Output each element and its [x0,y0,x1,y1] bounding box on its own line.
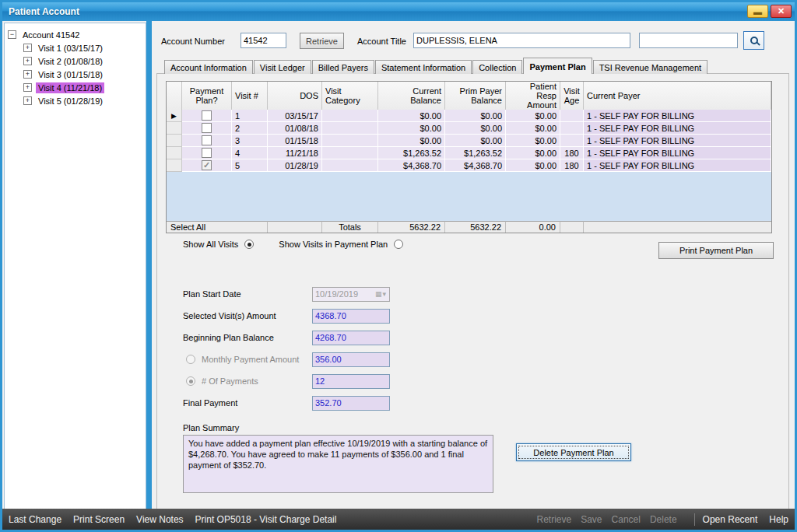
panel-divider [146,21,152,510]
expand-icon[interactable]: + [23,57,32,65]
num-payments-field[interactable]: 12 [312,374,390,389]
tab-statement-information[interactable]: Statement Information [375,60,472,74]
payment-plan-checkbox[interactable] [202,135,212,145]
row-selector[interactable] [167,135,182,147]
help-button[interactable]: Help [769,514,788,525]
col-header-visit-age[interactable]: Visit Age [560,82,584,110]
visit-category-cell [322,147,378,159]
grid-corner-cell [167,82,182,110]
beginning-balance-label: Beginning Plan Balance [183,333,274,342]
payment-plan-cell[interactable] [182,110,232,122]
expand-icon[interactable]: + [23,83,32,92]
tab-payment-plan[interactable]: Payment Plan [523,58,592,74]
close-button[interactable]: ✕ [771,5,792,18]
payment-plan-checkbox[interactable] [202,148,212,158]
num-payments-radio[interactable] [186,376,195,386]
visit-cell: 4 [232,147,268,159]
expand-icon[interactable]: + [23,96,32,105]
select-all-button[interactable]: Select All [167,221,268,233]
minimize-button[interactable]: ▬ [747,5,768,18]
show-visits-in-plan-label: Show Visits in Payment Plan [279,240,388,249]
grid-row[interactable]: 5 01/28/19 $4,368.70 $4,368.70 $0.00 180… [167,159,771,172]
plan-start-date-picker[interactable]: 10/19/2019 ▦▾ [312,287,390,302]
status-bar: Last Change Print Screen View Notes Prin… [2,509,795,530]
payment-plan-checkbox[interactable] [202,110,212,121]
row-selector[interactable] [167,147,182,159]
tree-item-visit-5[interactable]: + Visit 5 (01/28/19) [8,94,142,107]
print-visit-charge-detail-button[interactable]: Print OP5018 - Visit Charge Detail [195,514,337,525]
col-header-current-balance[interactable]: Current Balance [378,82,445,110]
tree-item-label-selected[interactable]: Visit 4 (11/21/18) [36,82,104,93]
monthly-payment-radio[interactable] [186,355,195,364]
delete-payment-plan-button[interactable]: Delete Payment Plan [516,443,631,461]
col-header-payment-plan[interactable]: Payment Plan? [182,82,232,110]
print-screen-button[interactable]: Print Screen [73,514,125,525]
tab-tsi-revenue-management[interactable]: TSI Revenue Management [593,60,707,74]
open-recent-button[interactable]: Open Recent [703,514,758,525]
visit-age-cell: 180 [560,159,584,172]
collapse-icon[interactable]: − [8,30,16,39]
grid-row[interactable]: 2 01/08/18 $0.00 $0.00 $0.00 1 - SELF PA… [167,122,771,135]
row-selector[interactable]: ▶ [167,110,182,122]
grid-header-row: Payment Plan? Visit # DOS Visit Category… [167,82,771,110]
tree-item-visit-4[interactable]: + Visit 4 (11/21/18) [8,81,142,94]
tree-item-visit-3[interactable]: + Visit 3 (01/15/18) [8,68,142,81]
tab-account-information[interactable]: Account Information [164,60,253,74]
tab-billed-payers[interactable]: Billed Payers [312,60,374,74]
grid-row[interactable]: 3 01/15/18 $0.00 $0.00 $0.00 1 - SELF PA… [167,135,771,147]
tree-root[interactable]: − Account 41542 [8,28,142,41]
expand-icon[interactable]: + [23,70,32,79]
grid-row[interactable]: ▶ 1 03/15/17 $0.00 $0.00 $0.00 1 - SELF … [167,110,771,122]
tree-item-label[interactable]: Visit 1 (03/15/17) [36,43,105,54]
account-number-input[interactable] [241,33,286,48]
show-all-visits-radio[interactable] [244,240,254,249]
visit-cell: 1 [232,110,268,122]
tree-item-visit-1[interactable]: + Visit 1 (03/15/17) [8,41,142,54]
retrieve-button[interactable]: Retrieve [300,33,344,49]
search-input[interactable] [639,33,738,48]
beginning-balance-field[interactable]: 4268.70 [312,331,390,345]
payment-plan-cell[interactable] [182,159,232,172]
payment-plan-cell[interactable] [182,122,232,135]
visit-category-cell [322,122,378,135]
payment-plan-checkbox[interactable] [202,123,212,133]
col-header-current-payer[interactable]: Current Payer [584,82,771,110]
payment-plan-checkbox[interactable] [202,160,212,170]
payment-plan-cell[interactable] [182,147,232,159]
monthly-payment-label: Monthly Payment Amount [202,355,299,364]
col-header-visit-category[interactable]: Visit Category [322,82,378,110]
tab-visit-ledger[interactable]: Visit Ledger [254,60,311,74]
visit-filter-options: Show All Visits Show Visits in Payment P… [183,240,403,249]
calendar-dropdown-icon[interactable]: ▦▾ [375,288,387,301]
expand-icon[interactable]: + [23,44,32,52]
monthly-payment-field[interactable]: 356.00 [312,352,390,367]
tab-collection[interactable]: Collection [472,60,522,74]
current-payer-cell: 1 - SELF PAY FOR BILLING [584,135,771,147]
col-header-prim-payer-balance[interactable]: Prim Payer Balance [445,82,506,110]
last-change-button[interactable]: Last Change [9,514,61,525]
visit-cell: 3 [232,135,268,147]
tree-item-label[interactable]: Visit 3 (01/15/18) [36,69,105,80]
col-header-patient-resp-amount[interactable]: Patient Resp Amount [506,82,560,110]
view-notes-button[interactable]: View Notes [136,514,183,525]
search-button[interactable] [743,31,764,50]
account-title-input[interactable] [413,33,630,48]
row-selector[interactable] [167,122,182,135]
tree-item-label[interactable]: Visit 2 (01/08/18) [36,56,105,67]
plan-start-date-label: Plan Start Date [183,289,241,299]
row-selector[interactable] [167,159,182,172]
tree-item-visit-2[interactable]: + Visit 2 (01/08/18) [8,54,142,68]
payment-plan-cell[interactable] [182,135,232,147]
tree-item-label[interactable]: Visit 5 (01/28/19) [36,96,105,107]
col-header-visit[interactable]: Visit # [232,82,268,110]
selected-amount-field[interactable]: 4368.70 [312,309,390,324]
close-icon: ✕ [778,6,785,16]
show-visits-in-plan-radio[interactable] [394,240,403,249]
col-header-dos[interactable]: DOS [268,82,322,110]
print-payment-plan-button[interactable]: Print Payment Plan [658,242,774,259]
plan-summary-text: You have added a payment plan effective … [183,435,493,493]
grid-row[interactable]: 4 11/21/18 $1,263.52 $1,263.52 $0.00 180… [167,147,771,159]
final-payment-field[interactable]: 352.70 [312,396,390,411]
current-balance-cell: $0.00 [378,122,445,135]
tree-root-label[interactable]: Account 41542 [20,30,82,40]
